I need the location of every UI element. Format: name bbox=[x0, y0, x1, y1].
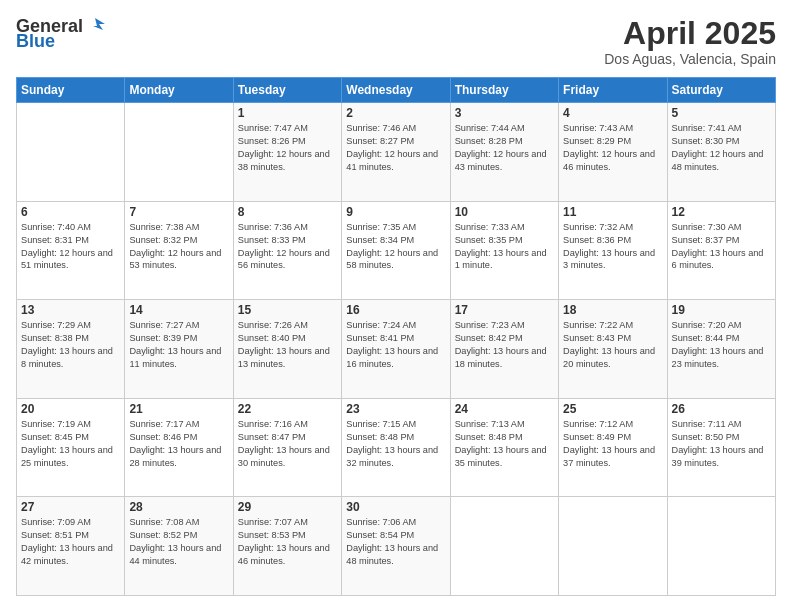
calendar-cell: 25Sunrise: 7:12 AMSunset: 8:49 PMDayligh… bbox=[559, 398, 667, 497]
day-number: 5 bbox=[672, 106, 771, 120]
title-section: April 2025 Dos Aguas, Valencia, Spain bbox=[604, 16, 776, 67]
day-info: Sunrise: 7:24 AMSunset: 8:41 PMDaylight:… bbox=[346, 319, 445, 371]
calendar-cell: 13Sunrise: 7:29 AMSunset: 8:38 PMDayligh… bbox=[17, 300, 125, 399]
calendar-cell: 28Sunrise: 7:08 AMSunset: 8:52 PMDayligh… bbox=[125, 497, 233, 596]
page: General Blue April 2025 Dos Aguas, Valen… bbox=[0, 0, 792, 612]
day-number: 12 bbox=[672, 205, 771, 219]
day-number: 23 bbox=[346, 402, 445, 416]
header: General Blue April 2025 Dos Aguas, Valen… bbox=[16, 16, 776, 67]
logo-bird-icon bbox=[85, 16, 107, 36]
day-number: 7 bbox=[129, 205, 228, 219]
day-number: 16 bbox=[346, 303, 445, 317]
calendar-cell: 30Sunrise: 7:06 AMSunset: 8:54 PMDayligh… bbox=[342, 497, 450, 596]
calendar-cell: 20Sunrise: 7:19 AMSunset: 8:45 PMDayligh… bbox=[17, 398, 125, 497]
calendar-cell: 6Sunrise: 7:40 AMSunset: 8:31 PMDaylight… bbox=[17, 201, 125, 300]
day-number: 9 bbox=[346, 205, 445, 219]
day-info: Sunrise: 7:46 AMSunset: 8:27 PMDaylight:… bbox=[346, 122, 445, 174]
calendar-cell: 18Sunrise: 7:22 AMSunset: 8:43 PMDayligh… bbox=[559, 300, 667, 399]
svg-marker-0 bbox=[93, 18, 105, 30]
day-number: 21 bbox=[129, 402, 228, 416]
day-number: 1 bbox=[238, 106, 337, 120]
calendar-cell: 9Sunrise: 7:35 AMSunset: 8:34 PMDaylight… bbox=[342, 201, 450, 300]
calendar-cell: 12Sunrise: 7:30 AMSunset: 8:37 PMDayligh… bbox=[667, 201, 775, 300]
day-info: Sunrise: 7:47 AMSunset: 8:26 PMDaylight:… bbox=[238, 122, 337, 174]
day-info: Sunrise: 7:27 AMSunset: 8:39 PMDaylight:… bbox=[129, 319, 228, 371]
calendar-cell: 24Sunrise: 7:13 AMSunset: 8:48 PMDayligh… bbox=[450, 398, 558, 497]
day-number: 24 bbox=[455, 402, 554, 416]
calendar-cell: 3Sunrise: 7:44 AMSunset: 8:28 PMDaylight… bbox=[450, 103, 558, 202]
weekday-header-row: SundayMondayTuesdayWednesdayThursdayFrid… bbox=[17, 78, 776, 103]
calendar-cell: 14Sunrise: 7:27 AMSunset: 8:39 PMDayligh… bbox=[125, 300, 233, 399]
day-info: Sunrise: 7:13 AMSunset: 8:48 PMDaylight:… bbox=[455, 418, 554, 470]
day-info: Sunrise: 7:32 AMSunset: 8:36 PMDaylight:… bbox=[563, 221, 662, 273]
day-number: 14 bbox=[129, 303, 228, 317]
day-number: 15 bbox=[238, 303, 337, 317]
calendar-cell bbox=[125, 103, 233, 202]
weekday-header-friday: Friday bbox=[559, 78, 667, 103]
weekday-header-sunday: Sunday bbox=[17, 78, 125, 103]
calendar-cell bbox=[667, 497, 775, 596]
calendar-cell: 10Sunrise: 7:33 AMSunset: 8:35 PMDayligh… bbox=[450, 201, 558, 300]
day-number: 29 bbox=[238, 500, 337, 514]
day-info: Sunrise: 7:09 AMSunset: 8:51 PMDaylight:… bbox=[21, 516, 120, 568]
calendar-cell bbox=[450, 497, 558, 596]
day-info: Sunrise: 7:17 AMSunset: 8:46 PMDaylight:… bbox=[129, 418, 228, 470]
weekday-header-wednesday: Wednesday bbox=[342, 78, 450, 103]
day-info: Sunrise: 7:07 AMSunset: 8:53 PMDaylight:… bbox=[238, 516, 337, 568]
day-number: 26 bbox=[672, 402, 771, 416]
day-number: 25 bbox=[563, 402, 662, 416]
calendar-cell: 1Sunrise: 7:47 AMSunset: 8:26 PMDaylight… bbox=[233, 103, 341, 202]
day-info: Sunrise: 7:26 AMSunset: 8:40 PMDaylight:… bbox=[238, 319, 337, 371]
weekday-header-tuesday: Tuesday bbox=[233, 78, 341, 103]
day-info: Sunrise: 7:06 AMSunset: 8:54 PMDaylight:… bbox=[346, 516, 445, 568]
day-info: Sunrise: 7:35 AMSunset: 8:34 PMDaylight:… bbox=[346, 221, 445, 273]
day-number: 20 bbox=[21, 402, 120, 416]
calendar-week-row: 27Sunrise: 7:09 AMSunset: 8:51 PMDayligh… bbox=[17, 497, 776, 596]
calendar-table: SundayMondayTuesdayWednesdayThursdayFrid… bbox=[16, 77, 776, 596]
calendar-cell bbox=[17, 103, 125, 202]
day-number: 18 bbox=[563, 303, 662, 317]
day-info: Sunrise: 7:30 AMSunset: 8:37 PMDaylight:… bbox=[672, 221, 771, 273]
weekday-header-saturday: Saturday bbox=[667, 78, 775, 103]
calendar-cell: 27Sunrise: 7:09 AMSunset: 8:51 PMDayligh… bbox=[17, 497, 125, 596]
weekday-header-thursday: Thursday bbox=[450, 78, 558, 103]
day-number: 17 bbox=[455, 303, 554, 317]
day-info: Sunrise: 7:15 AMSunset: 8:48 PMDaylight:… bbox=[346, 418, 445, 470]
calendar-week-row: 20Sunrise: 7:19 AMSunset: 8:45 PMDayligh… bbox=[17, 398, 776, 497]
day-number: 6 bbox=[21, 205, 120, 219]
calendar-cell: 15Sunrise: 7:26 AMSunset: 8:40 PMDayligh… bbox=[233, 300, 341, 399]
day-info: Sunrise: 7:40 AMSunset: 8:31 PMDaylight:… bbox=[21, 221, 120, 273]
day-info: Sunrise: 7:36 AMSunset: 8:33 PMDaylight:… bbox=[238, 221, 337, 273]
calendar-cell: 17Sunrise: 7:23 AMSunset: 8:42 PMDayligh… bbox=[450, 300, 558, 399]
day-info: Sunrise: 7:41 AMSunset: 8:30 PMDaylight:… bbox=[672, 122, 771, 174]
day-info: Sunrise: 7:44 AMSunset: 8:28 PMDaylight:… bbox=[455, 122, 554, 174]
day-number: 22 bbox=[238, 402, 337, 416]
day-number: 10 bbox=[455, 205, 554, 219]
day-info: Sunrise: 7:33 AMSunset: 8:35 PMDaylight:… bbox=[455, 221, 554, 273]
calendar-cell: 11Sunrise: 7:32 AMSunset: 8:36 PMDayligh… bbox=[559, 201, 667, 300]
day-number: 13 bbox=[21, 303, 120, 317]
calendar-week-row: 1Sunrise: 7:47 AMSunset: 8:26 PMDaylight… bbox=[17, 103, 776, 202]
calendar-cell: 8Sunrise: 7:36 AMSunset: 8:33 PMDaylight… bbox=[233, 201, 341, 300]
calendar-cell: 4Sunrise: 7:43 AMSunset: 8:29 PMDaylight… bbox=[559, 103, 667, 202]
day-info: Sunrise: 7:20 AMSunset: 8:44 PMDaylight:… bbox=[672, 319, 771, 371]
calendar-week-row: 13Sunrise: 7:29 AMSunset: 8:38 PMDayligh… bbox=[17, 300, 776, 399]
day-number: 4 bbox=[563, 106, 662, 120]
day-info: Sunrise: 7:11 AMSunset: 8:50 PMDaylight:… bbox=[672, 418, 771, 470]
calendar-cell: 23Sunrise: 7:15 AMSunset: 8:48 PMDayligh… bbox=[342, 398, 450, 497]
day-number: 3 bbox=[455, 106, 554, 120]
month-title: April 2025 bbox=[604, 16, 776, 51]
day-info: Sunrise: 7:29 AMSunset: 8:38 PMDaylight:… bbox=[21, 319, 120, 371]
calendar-cell: 29Sunrise: 7:07 AMSunset: 8:53 PMDayligh… bbox=[233, 497, 341, 596]
day-number: 28 bbox=[129, 500, 228, 514]
calendar-cell: 22Sunrise: 7:16 AMSunset: 8:47 PMDayligh… bbox=[233, 398, 341, 497]
calendar-cell: 26Sunrise: 7:11 AMSunset: 8:50 PMDayligh… bbox=[667, 398, 775, 497]
day-number: 19 bbox=[672, 303, 771, 317]
day-number: 2 bbox=[346, 106, 445, 120]
calendar-cell: 16Sunrise: 7:24 AMSunset: 8:41 PMDayligh… bbox=[342, 300, 450, 399]
location: Dos Aguas, Valencia, Spain bbox=[604, 51, 776, 67]
calendar-cell: 2Sunrise: 7:46 AMSunset: 8:27 PMDaylight… bbox=[342, 103, 450, 202]
calendar-cell: 5Sunrise: 7:41 AMSunset: 8:30 PMDaylight… bbox=[667, 103, 775, 202]
day-info: Sunrise: 7:12 AMSunset: 8:49 PMDaylight:… bbox=[563, 418, 662, 470]
calendar-cell: 7Sunrise: 7:38 AMSunset: 8:32 PMDaylight… bbox=[125, 201, 233, 300]
